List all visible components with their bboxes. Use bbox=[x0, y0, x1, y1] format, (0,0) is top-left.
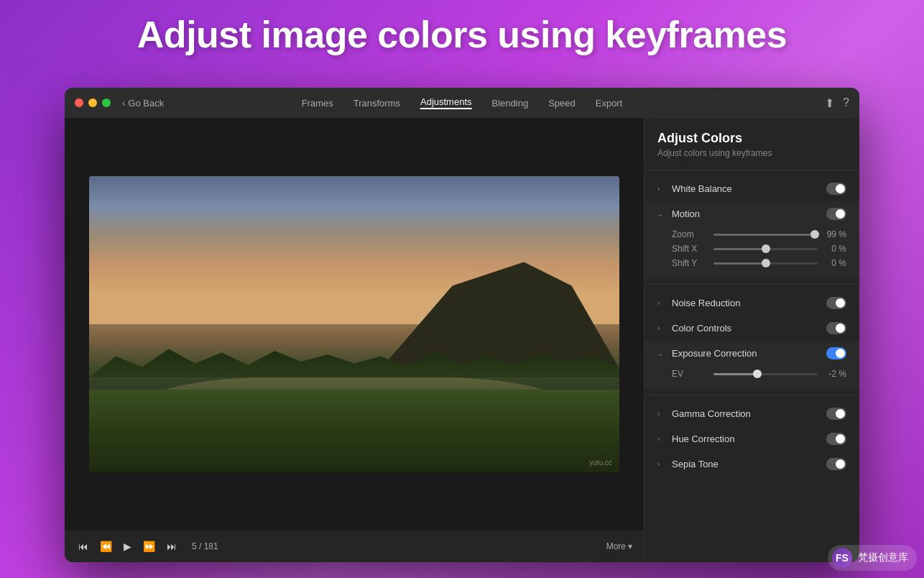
motion-controls: Zoom 99 % Shift X 0 bbox=[645, 226, 859, 278]
motion-label: Motion bbox=[672, 208, 826, 219]
noise-reduction-toggle[interactable] bbox=[826, 297, 846, 309]
shift-x-slider[interactable] bbox=[713, 248, 818, 250]
chevron-right-sepia-icon: › bbox=[657, 460, 666, 468]
step-back-button[interactable]: ⏪ bbox=[98, 538, 114, 554]
tab-transforms[interactable]: Transforms bbox=[354, 98, 400, 109]
panel-title: Adjust Colors bbox=[657, 131, 846, 146]
app-window: ‹ Go Back Frames Transforms Adjustments … bbox=[65, 88, 859, 562]
motion-header[interactable]: ⌄ Motion bbox=[645, 201, 859, 226]
minimize-button[interactable] bbox=[88, 98, 97, 107]
sepia-tone-label: Sepia Tone bbox=[672, 459, 826, 469]
color-controls-item[interactable]: › Color Controls bbox=[645, 316, 859, 341]
video-area: yutu.cc bbox=[65, 118, 644, 531]
ev-slider[interactable] bbox=[713, 373, 818, 375]
zoom-slider[interactable] bbox=[713, 234, 818, 236]
traffic-lights bbox=[75, 98, 111, 107]
more-button[interactable]: More ▾ bbox=[606, 541, 632, 551]
white-balance-label: White Balance bbox=[672, 183, 826, 194]
chevron-left-icon: ‹ bbox=[122, 98, 125, 109]
motion-toggle[interactable] bbox=[826, 208, 846, 220]
tab-adjustments[interactable]: Adjustments bbox=[420, 96, 472, 109]
chevron-right-gamma-icon: › bbox=[657, 410, 666, 418]
main-content: yutu.cc ⏮ ⏪ ▶ ⏩ ⏭ 5 / 181 More ▾ bbox=[65, 118, 644, 562]
chevron-down-icon: ▾ bbox=[628, 541, 632, 551]
ev-thumb[interactable] bbox=[753, 370, 762, 378]
page-title: Adjust image colors using keyframes bbox=[0, 13, 924, 56]
tab-frames[interactable]: Frames bbox=[302, 98, 333, 109]
shift-x-label: Shift X bbox=[672, 244, 708, 254]
hue-correction-item[interactable]: › Hue Correction bbox=[645, 426, 859, 451]
panel-header: Adjust Colors Adjust colors using keyfra… bbox=[645, 118, 859, 164]
gamma-correction-toggle[interactable] bbox=[826, 408, 846, 420]
zoom-value: 99 % bbox=[823, 229, 846, 239]
zoom-label: Zoom bbox=[672, 229, 708, 239]
chevron-right-noise-icon: › bbox=[657, 299, 666, 307]
hue-correction-label: Hue Correction bbox=[672, 434, 826, 444]
shift-x-row: Shift X 0 % bbox=[672, 244, 846, 254]
ev-fill bbox=[713, 373, 757, 375]
exposure-section: ⌄ Exposure Correction EV -2 % bbox=[645, 341, 859, 389]
maximize-button[interactable] bbox=[102, 98, 111, 107]
chevron-down-motion-icon: ⌄ bbox=[657, 210, 666, 218]
panel-divider bbox=[645, 170, 859, 170]
shift-x-fill bbox=[713, 248, 766, 250]
motion-section: ⌄ Motion Zoom 99 % bbox=[645, 201, 859, 278]
panel-divider-2 bbox=[645, 284, 859, 285]
zoom-fill bbox=[713, 234, 815, 236]
exposure-controls: EV -2 % bbox=[645, 366, 859, 389]
ev-row: EV -2 % bbox=[672, 369, 846, 379]
zoom-thumb[interactable] bbox=[810, 230, 819, 239]
panel-divider-3 bbox=[645, 395, 859, 395]
white-balance-toggle[interactable] bbox=[826, 183, 846, 195]
close-button[interactable] bbox=[75, 98, 83, 107]
shift-x-value: 0 % bbox=[823, 244, 846, 254]
shift-y-row: Shift Y 0 % bbox=[672, 258, 846, 268]
video-landscape: yutu.cc bbox=[89, 176, 619, 472]
skip-end-button[interactable]: ⏭ bbox=[165, 538, 179, 554]
playback-bar: ⏮ ⏪ ▶ ⏩ ⏭ 5 / 181 More ▾ bbox=[65, 531, 644, 562]
brand-name: 梵摄创意库 bbox=[858, 551, 908, 564]
tab-blending[interactable]: Blending bbox=[492, 98, 529, 109]
shift-y-label: Shift Y bbox=[672, 258, 708, 268]
color-controls-label: Color Controls bbox=[672, 323, 826, 334]
exposure-header[interactable]: ⌄ Exposure Correction bbox=[645, 341, 859, 366]
gamma-correction-item[interactable]: › Gamma Correction bbox=[645, 401, 859, 426]
tab-export[interactable]: Export bbox=[596, 98, 623, 109]
hue-correction-toggle[interactable] bbox=[826, 433, 846, 445]
step-forward-button[interactable]: ⏩ bbox=[141, 538, 157, 554]
noise-reduction-item[interactable]: › Noise Reduction bbox=[645, 290, 859, 316]
shift-y-value: 0 % bbox=[823, 258, 846, 268]
play-button[interactable]: ▶ bbox=[121, 538, 134, 554]
nav-tabs: Frames Transforms Adjustments Blending S… bbox=[302, 96, 623, 109]
title-bar-icons: ⬆ ? bbox=[825, 96, 849, 110]
noise-reduction-label: Noise Reduction bbox=[672, 298, 826, 308]
chevron-right-icon: › bbox=[657, 185, 666, 193]
right-panel: Adjust Colors Adjust colors using keyfra… bbox=[644, 118, 859, 562]
ev-label: EV bbox=[672, 369, 708, 379]
window-body: yutu.cc ⏮ ⏪ ▶ ⏩ ⏭ 5 / 181 More ▾ A bbox=[65, 118, 859, 562]
chevron-down-exposure-icon: ⌄ bbox=[657, 349, 666, 357]
sepia-tone-item[interactable]: › Sepia Tone bbox=[645, 451, 859, 477]
grass-layer bbox=[89, 390, 619, 472]
color-controls-toggle[interactable] bbox=[826, 322, 846, 334]
white-balance-item[interactable]: › White Balance bbox=[645, 176, 859, 201]
skip-start-button[interactable]: ⏮ bbox=[76, 538, 91, 554]
frame-counter: 5 / 181 bbox=[192, 541, 218, 551]
exposure-toggle[interactable] bbox=[826, 347, 846, 359]
zoom-row: Zoom 99 % bbox=[672, 229, 846, 239]
chevron-right-hue-icon: › bbox=[657, 435, 666, 443]
shift-x-thumb[interactable] bbox=[762, 244, 770, 253]
panel-subtitle: Adjust colors using keyframes bbox=[657, 148, 846, 158]
share-icon[interactable]: ⬆ bbox=[825, 96, 834, 110]
video-frame: yutu.cc bbox=[89, 176, 619, 472]
shift-y-slider[interactable] bbox=[713, 262, 818, 265]
help-icon[interactable]: ? bbox=[843, 96, 849, 109]
brand-icon: FS bbox=[832, 548, 852, 568]
shift-y-fill bbox=[713, 262, 766, 265]
back-button[interactable]: ‹ Go Back bbox=[122, 98, 164, 109]
back-label: Go Back bbox=[128, 98, 164, 109]
title-bar: ‹ Go Back Frames Transforms Adjustments … bbox=[65, 88, 859, 118]
tab-speed[interactable]: Speed bbox=[548, 98, 576, 109]
shift-y-thumb[interactable] bbox=[762, 259, 770, 267]
sepia-tone-toggle[interactable] bbox=[826, 458, 846, 470]
